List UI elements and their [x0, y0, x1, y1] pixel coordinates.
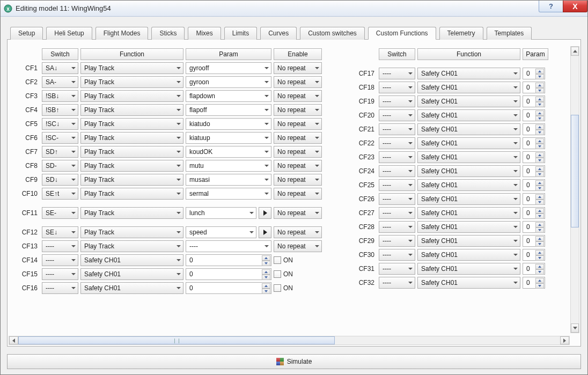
param-spin[interactable]: 0 — [523, 82, 545, 93]
enable-checkbox[interactable] — [274, 270, 281, 278]
enable-select[interactable]: No repeat — [274, 90, 322, 102]
param-spin[interactable]: 0 — [523, 95, 545, 107]
enable-select[interactable]: No repeat — [274, 160, 322, 172]
close-button[interactable]: X — [563, 1, 587, 12]
play-button[interactable] — [259, 226, 271, 238]
switch-select[interactable]: ---- — [379, 123, 415, 135]
scroll-up-button[interactable] — [571, 47, 579, 56]
function-select[interactable]: Play Track — [80, 118, 183, 130]
switch-select[interactable]: SE- — [42, 207, 78, 219]
switch-select[interactable]: ---- — [42, 268, 78, 280]
function-select[interactable]: Safety CH01 — [417, 68, 520, 79]
param-spin[interactable]: 0 — [523, 165, 545, 177]
param-combo[interactable]: ---- — [186, 240, 271, 252]
switch-select[interactable]: ---- — [379, 109, 415, 121]
param-combo[interactable]: lunch — [186, 207, 256, 219]
param-combo[interactable]: mutu — [186, 160, 271, 172]
param-spin[interactable]: 0 — [523, 68, 545, 79]
param-combo[interactable]: flapoff — [186, 104, 271, 116]
switch-select[interactable]: ---- — [379, 68, 415, 79]
function-select[interactable]: Safety CH01 — [417, 221, 520, 233]
tab-setup[interactable]: Setup — [10, 27, 43, 40]
function-select[interactable]: Safety CH01 — [80, 254, 183, 266]
play-button[interactable] — [259, 207, 271, 219]
switch-select[interactable]: ---- — [42, 240, 78, 252]
tab-limits[interactable]: Limits — [224, 27, 257, 40]
horizontal-scrollbar[interactable] — [9, 336, 570, 345]
enable-select[interactable]: No repeat — [274, 188, 322, 200]
function-select[interactable]: Play Track — [80, 188, 183, 200]
enable-select[interactable]: No repeat — [274, 76, 322, 88]
enable-checkbox[interactable] — [274, 256, 281, 264]
tab-mixes[interactable]: Mixes — [188, 27, 220, 40]
param-spin[interactable]: 0 — [523, 137, 545, 149]
param-combo[interactable]: gyroon — [186, 76, 271, 88]
tab-flight-modes[interactable]: Flight Modes — [95, 27, 149, 40]
enable-select[interactable]: No repeat — [274, 104, 322, 116]
switch-select[interactable]: SD- — [42, 160, 78, 172]
tab-custom-functions[interactable]: Custom Functions — [368, 27, 436, 40]
switch-select[interactable]: !SB↑ — [42, 104, 78, 116]
switch-select[interactable]: !SC- — [42, 132, 78, 144]
enable-select[interactable]: No repeat — [274, 118, 322, 130]
param-spin[interactable]: 0 — [186, 282, 271, 294]
switch-select[interactable]: ---- — [379, 137, 415, 149]
function-select[interactable]: Safety CH01 — [417, 137, 520, 149]
switch-select[interactable]: ---- — [379, 263, 415, 275]
switch-select[interactable]: !SB↓ — [42, 90, 78, 102]
switch-select[interactable]: SA↓ — [42, 62, 78, 74]
help-button[interactable]: ? — [539, 1, 563, 12]
tab-telemetry[interactable]: Telemetry — [439, 27, 483, 40]
switch-select[interactable]: ---- — [379, 277, 415, 289]
param-spin[interactable]: 0 — [523, 179, 545, 191]
enable-select[interactable]: No repeat — [274, 226, 322, 238]
param-combo[interactable]: kiatuup — [186, 132, 271, 144]
function-select[interactable]: Play Track — [80, 62, 183, 74]
function-select[interactable]: Play Track — [80, 240, 183, 252]
param-combo[interactable]: kiatudo — [186, 118, 271, 130]
switch-select[interactable]: ---- — [42, 254, 78, 266]
param-combo[interactable]: gyrooff — [186, 62, 271, 74]
function-select[interactable]: Safety CH01 — [417, 235, 520, 247]
function-select[interactable]: Safety CH01 — [417, 82, 520, 93]
param-combo[interactable]: flapdown — [186, 90, 271, 102]
function-select[interactable]: Safety CH01 — [417, 123, 520, 135]
function-select[interactable]: Play Track — [80, 146, 183, 158]
param-spin[interactable]: 0 — [523, 207, 545, 219]
function-select[interactable]: Play Track — [80, 207, 183, 219]
function-select[interactable]: Safety CH01 — [417, 207, 520, 219]
tab-templates[interactable]: Templates — [487, 27, 532, 40]
enable-select[interactable]: No repeat — [274, 240, 322, 252]
param-spin[interactable]: 0 — [186, 268, 271, 280]
scroll-left-button[interactable] — [9, 336, 18, 344]
enable-select[interactable]: No repeat — [274, 207, 322, 219]
switch-select[interactable]: ---- — [379, 207, 415, 219]
param-spin[interactable]: 0 — [523, 123, 545, 135]
function-select[interactable]: Safety CH01 — [417, 165, 520, 177]
function-select[interactable]: Play Track — [80, 160, 183, 172]
param-combo[interactable]: speed — [186, 226, 256, 238]
function-select[interactable]: Safety CH01 — [417, 151, 520, 163]
param-spin[interactable]: 0 — [523, 263, 545, 275]
param-spin[interactable]: 0 — [523, 193, 545, 205]
function-select[interactable]: Play Track — [80, 226, 183, 238]
switch-select[interactable]: ---- — [379, 235, 415, 247]
switch-select[interactable]: SE↑t — [42, 188, 78, 200]
enable-checkbox[interactable] — [274, 284, 281, 292]
switch-select[interactable]: ---- — [379, 179, 415, 191]
switch-select[interactable]: SE↓ — [42, 226, 78, 238]
switch-select[interactable]: SD↓ — [42, 174, 78, 186]
function-select[interactable]: Play Track — [80, 76, 183, 88]
switch-select[interactable]: ---- — [42, 282, 78, 294]
function-select[interactable]: Safety CH01 — [80, 268, 183, 280]
function-select[interactable]: Safety CH01 — [80, 282, 183, 294]
tab-heli-setup[interactable]: Heli Setup — [46, 27, 92, 40]
scroll-thumb-h[interactable] — [18, 336, 335, 344]
simulate-button[interactable]: Simulate — [7, 354, 581, 369]
param-spin[interactable]: 0 — [523, 221, 545, 233]
switch-select[interactable]: ---- — [379, 95, 415, 107]
param-combo[interactable]: koudOK — [186, 146, 271, 158]
vertical-scrollbar[interactable] — [570, 46, 579, 333]
enable-select[interactable]: No repeat — [274, 146, 322, 158]
function-select[interactable]: Safety CH01 — [417, 179, 520, 191]
